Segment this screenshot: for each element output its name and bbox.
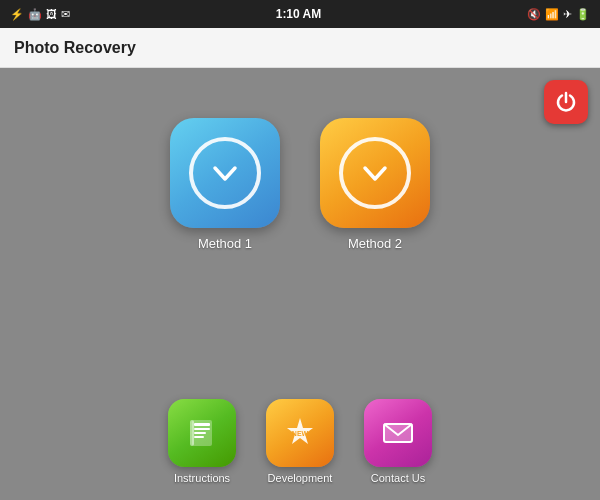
method2-item[interactable]: Method 2 [320, 118, 430, 251]
new-badge-icon: NEW [281, 414, 319, 452]
method2-icon[interactable] [320, 118, 430, 228]
methods-row: Method 1 Method 2 [170, 118, 430, 251]
bottom-row: Instructions NEW Development [168, 399, 432, 484]
page-title: Photo Recovery [14, 39, 586, 57]
airplane-icon: ✈ [563, 8, 572, 21]
wifi-icon: 📶 [545, 8, 559, 21]
development-label: Development [268, 472, 333, 484]
contact-us-icon-wrapper [364, 399, 432, 467]
usb-icon: ⚡ [10, 8, 24, 21]
instructions-icon-wrapper [168, 399, 236, 467]
contact-us-icon[interactable] [364, 399, 432, 467]
contact-us-label: Contact Us [371, 472, 425, 484]
svg-rect-2 [194, 428, 210, 430]
image-icon: 🖼 [46, 8, 57, 20]
book-icon [184, 415, 220, 451]
instructions-icon[interactable] [168, 399, 236, 467]
method1-label: Method 1 [198, 236, 252, 251]
method2-chevron-circle [339, 137, 411, 209]
contact-us-item[interactable]: Contact Us [364, 399, 432, 484]
status-bar: ⚡ 🤖 🖼 ✉ 1:10 AM 🔇 📶 ✈ 🔋 [0, 0, 600, 28]
method1-chevron-circle [189, 137, 261, 209]
mail-envelope-icon [380, 415, 416, 451]
svg-rect-4 [194, 436, 204, 438]
status-icons-right: 🔇 📶 ✈ 🔋 [527, 8, 590, 21]
android-icon: 🤖 [28, 8, 42, 21]
power-icon [554, 90, 578, 114]
development-icon-wrapper: NEW [266, 399, 334, 467]
development-item[interactable]: NEW Development [266, 399, 334, 484]
method2-chevron-icon [357, 155, 393, 191]
method2-label: Method 2 [348, 236, 402, 251]
status-time: 1:10 AM [276, 7, 322, 21]
power-button[interactable] [544, 80, 588, 124]
title-bar: Photo Recovery [0, 28, 600, 68]
method1-chevron-icon [207, 155, 243, 191]
instructions-item[interactable]: Instructions [168, 399, 236, 484]
svg-rect-1 [194, 423, 210, 426]
method1-icon[interactable] [170, 118, 280, 228]
main-content: Method 1 Method 2 [0, 68, 600, 500]
method1-item[interactable]: Method 1 [170, 118, 280, 251]
development-icon[interactable]: NEW [266, 399, 334, 467]
battery-icon: 🔋 [576, 8, 590, 21]
instructions-label: Instructions [174, 472, 230, 484]
mail-icon: ✉ [61, 8, 70, 21]
svg-text:NEW: NEW [292, 430, 309, 437]
sound-off-icon: 🔇 [527, 8, 541, 21]
svg-rect-5 [190, 420, 194, 446]
svg-rect-3 [194, 432, 206, 434]
status-icons-left: ⚡ 🤖 🖼 ✉ [10, 8, 70, 21]
